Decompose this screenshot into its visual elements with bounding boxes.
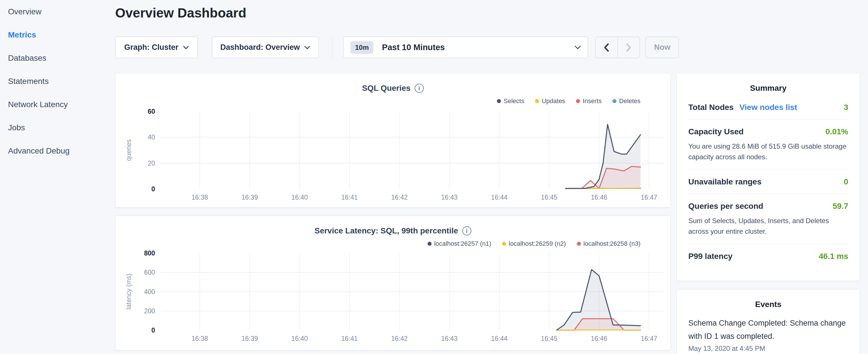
summary-row-p99-latency: P99 latency 46.1 ms: [688, 244, 848, 268]
dashboard-dropdown[interactable]: Dashboard: Overview: [212, 37, 318, 58]
svg-text:16:40: 16:40: [291, 335, 308, 342]
svg-text:16:39: 16:39: [241, 335, 258, 342]
chevron-right-icon: [626, 43, 631, 52]
svg-text:16:45: 16:45: [541, 194, 558, 201]
svg-text:16:46: 16:46: [591, 335, 608, 342]
svg-text:16:38: 16:38: [191, 335, 208, 342]
now-button[interactable]: Now: [646, 37, 679, 58]
svg-text:16:44: 16:44: [491, 194, 507, 201]
svg-text:400: 400: [144, 288, 155, 296]
chevron-down-icon: [183, 46, 189, 49]
sidebar-item-metrics[interactable]: Metrics: [0, 23, 115, 46]
summary-panel: Summary Total Nodes View nodes list 3 Ca…: [677, 73, 860, 281]
svg-text:200: 200: [144, 307, 155, 315]
svg-text:queries: queries: [125, 139, 132, 161]
summary-label: P99 latency: [688, 252, 733, 261]
sidebar-item-advanced-debug[interactable]: Advanced Debug: [0, 139, 115, 162]
summary-label: Unavailable ranges: [688, 177, 762, 187]
summary-value: 46.1 ms: [819, 252, 848, 261]
now-button-label: Now: [654, 43, 671, 52]
graph-scope-dropdown[interactable]: Graph: Cluster: [115, 37, 198, 58]
svg-text:16:44: 16:44: [491, 335, 507, 342]
time-range-label: Past 10 Minutes: [382, 43, 575, 52]
svg-text:20: 20: [148, 160, 155, 167]
chevron-down-icon: [304, 46, 310, 49]
time-step-buttons: [595, 37, 640, 58]
svg-text:16:47: 16:47: [641, 335, 657, 342]
sql-queries-chart[interactable]: 16:3816:3916:4016:4116:4216:4316:4416:45…: [116, 73, 671, 207]
chevron-left-icon: [603, 43, 609, 52]
summary-value: 0: [844, 177, 848, 187]
time-step-back-button[interactable]: [595, 37, 618, 58]
event-item[interactable]: Schema Change Completed: Schema change w…: [688, 317, 848, 353]
summary-title: Summary: [677, 84, 860, 93]
service-latency-card: Service Latency: SQL, 99th percentile i …: [115, 216, 671, 350]
summary-value: 3: [844, 103, 848, 112]
summary-row-capacity-used: Capacity Used 0.01% You are using 28.6 M…: [688, 120, 848, 169]
event-timestamp: May 13, 2020 at 4:45 PM: [688, 345, 848, 353]
svg-text:16:41: 16:41: [341, 194, 358, 201]
svg-text:800: 800: [144, 250, 155, 257]
summary-description: Sum of Selects, Updates, Inserts, and De…: [688, 215, 848, 236]
svg-text:40: 40: [148, 133, 155, 141]
sidebar-item-databases[interactable]: Databases: [0, 46, 115, 70]
time-step-forward-button[interactable]: [618, 37, 640, 58]
svg-text:16:47: 16:47: [641, 194, 657, 201]
svg-text:16:42: 16:42: [391, 335, 408, 342]
events-panel: Events Schema Change Completed: Schema c…: [677, 289, 860, 354]
svg-text:16:43: 16:43: [441, 194, 458, 201]
summary-body: Total Nodes View nodes list 3 Capacity U…: [677, 93, 860, 268]
svg-text:16:42: 16:42: [391, 194, 408, 201]
page-title: Overview Dashboard: [115, 5, 246, 21]
svg-text:16:40: 16:40: [291, 194, 308, 201]
summary-value: 59.7: [833, 202, 848, 211]
summary-description: You are using 28.6 MiB of 515.9 GiB usab…: [688, 141, 848, 162]
summary-label: Capacity Used: [688, 127, 744, 136]
sidebar: Overview Metrics Databases Statements Ne…: [0, 0, 115, 354]
svg-text:16:41: 16:41: [341, 335, 358, 342]
sidebar-item-overview[interactable]: Overview: [0, 0, 115, 23]
svg-text:60: 60: [148, 108, 155, 115]
summary-row-queries-per-second: Queries per second 59.7 Sum of Selects, …: [688, 194, 848, 244]
sidebar-item-jobs[interactable]: Jobs: [0, 116, 115, 139]
summary-label: Queries per second: [688, 202, 763, 211]
event-text: Schema Change Completed: Schema change w…: [688, 317, 848, 343]
chevron-down-icon: [575, 45, 581, 49]
svg-text:0: 0: [151, 185, 155, 193]
svg-text:16:39: 16:39: [241, 194, 258, 201]
service-latency-chart[interactable]: 16:3816:3916:4016:4116:4216:4316:4416:45…: [116, 216, 671, 351]
svg-text:16:43: 16:43: [441, 335, 458, 342]
controls-divider: [332, 37, 333, 58]
time-range-picker[interactable]: 10m Past 10 Minutes: [343, 37, 588, 58]
events-title: Events: [677, 300, 860, 309]
summary-label: Total Nodes: [688, 103, 734, 112]
svg-text:16:38: 16:38: [191, 194, 208, 201]
svg-text:16:46: 16:46: [591, 194, 608, 201]
sql-queries-card: SQL Queries i Selects Updates Inserts De…: [115, 73, 671, 207]
summary-value: 0.01%: [826, 127, 848, 136]
summary-row-unavailable-ranges: Unavailable ranges 0: [688, 169, 848, 194]
svg-text:16:45: 16:45: [541, 335, 558, 342]
events-list: Schema Change Completed: Schema change w…: [677, 309, 860, 353]
sidebar-nav: Overview Metrics Databases Statements Ne…: [0, 0, 115, 162]
sidebar-item-statements[interactable]: Statements: [0, 70, 115, 93]
view-nodes-list-link[interactable]: View nodes list: [739, 103, 797, 112]
svg-text:latency (ms): latency (ms): [125, 273, 132, 309]
graph-scope-label: Graph: Cluster: [124, 43, 178, 52]
dashboard-label: Dashboard: Overview: [220, 43, 300, 52]
time-range-badge: 10m: [350, 41, 373, 54]
svg-text:600: 600: [144, 269, 155, 276]
summary-row-total-nodes: Total Nodes View nodes list 3: [688, 95, 848, 120]
svg-text:0: 0: [151, 326, 155, 334]
sidebar-item-network-latency[interactable]: Network Latency: [0, 93, 115, 116]
